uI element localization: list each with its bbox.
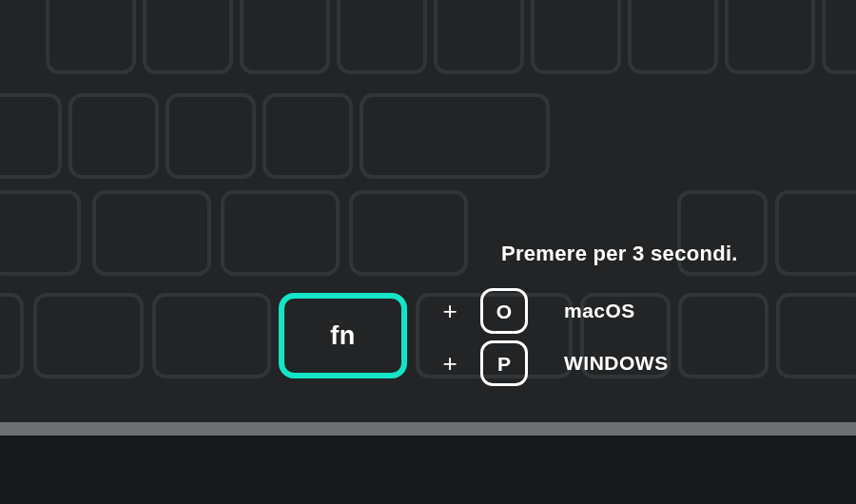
plus-icon: + xyxy=(437,299,463,323)
os-label-windows: WINDOWS xyxy=(564,352,669,375)
bg-key xyxy=(221,190,340,276)
bottom-band xyxy=(0,436,856,504)
instruction-text: Premere per 3 secondi. xyxy=(501,242,738,266)
bg-key xyxy=(33,293,144,378)
key-p: P xyxy=(480,340,528,386)
bg-key xyxy=(822,0,856,74)
bg-key xyxy=(0,190,81,276)
bg-key xyxy=(349,190,468,276)
bg-key xyxy=(776,293,856,378)
bg-key xyxy=(143,0,233,74)
bg-key xyxy=(46,0,136,74)
bg-key xyxy=(0,293,24,378)
divider-bar xyxy=(0,422,856,436)
bg-key xyxy=(0,93,62,179)
combo-row-macos: + O macOS xyxy=(437,288,635,334)
bg-key xyxy=(337,0,427,74)
fn-key-highlighted: fn xyxy=(279,293,407,378)
bg-key xyxy=(434,0,524,74)
plus-icon: + xyxy=(437,351,463,376)
bg-key xyxy=(68,93,159,179)
key-p-label: P xyxy=(497,354,511,374)
bg-key xyxy=(628,0,718,74)
bg-key xyxy=(725,0,815,74)
key-o: O xyxy=(480,288,528,334)
bg-key xyxy=(92,190,211,276)
bg-key xyxy=(165,93,256,179)
os-label-macos: macOS xyxy=(564,300,635,322)
key-o-label: O xyxy=(496,301,512,321)
bg-key xyxy=(360,93,550,179)
combo-row-windows: + P WINDOWS xyxy=(437,340,669,386)
bg-key xyxy=(152,293,271,378)
bg-key xyxy=(240,0,330,74)
bg-key xyxy=(678,293,768,378)
bg-key xyxy=(263,93,353,179)
fn-key-label: fn xyxy=(330,321,355,351)
bg-key xyxy=(775,190,856,276)
bg-key xyxy=(531,0,621,74)
